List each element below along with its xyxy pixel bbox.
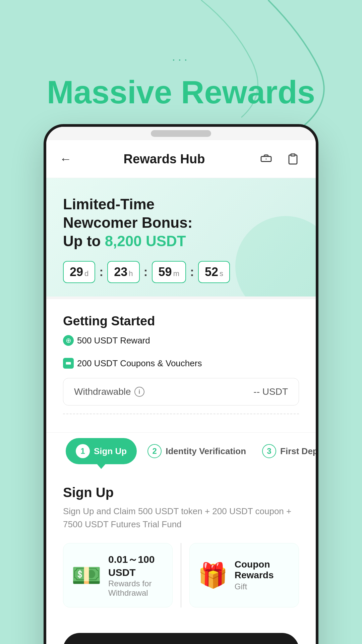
status-bar xyxy=(46,127,316,140)
header-icons xyxy=(257,150,302,168)
page-title: Rewards Hub xyxy=(124,152,205,166)
phone-mockup: ← Rewards Hub Limited-Time Newcomer xyxy=(44,124,318,644)
reward-card-2-emoji: 🎁 xyxy=(198,563,228,587)
step-number-1: 1 xyxy=(76,444,90,458)
bottom-cta: Sign Up/Log In › xyxy=(46,622,316,644)
reward-cards: 💵 0.01～100USDT Rewards for Withdrawal 🎁 … xyxy=(63,543,299,607)
countdown-sep-1: : xyxy=(99,265,103,279)
countdown-minutes: 59 m xyxy=(152,261,186,283)
card-divider xyxy=(181,543,181,607)
svg-rect-2 xyxy=(291,154,295,156)
step-tab-signup[interactable]: 1 Sign Up xyxy=(66,438,137,464)
countdown-days: 29 d xyxy=(63,261,95,283)
banner-section: Limited-Time Newcomer Bonus: Up to 8,200… xyxy=(46,178,316,297)
reward-card-2: 🎁 CouponRewards Gift xyxy=(189,543,299,607)
signup-login-button[interactable]: Sign Up/Log In › xyxy=(63,633,299,644)
reward-card-1: 💵 0.01～100USDT Rewards for Withdrawal xyxy=(63,543,173,607)
withdrawable-label: Withdrawable i xyxy=(74,386,144,397)
step-tab-identity[interactable]: 2 Identity Verification xyxy=(139,435,254,468)
info-icon[interactable]: i xyxy=(134,387,144,397)
ticket-icon-button[interactable] xyxy=(257,150,276,168)
reward-badges: ⊕ 500 USDT Reward 200 USDT Coupons & Vou… xyxy=(63,335,299,369)
reward-badge-1: ⊕ 500 USDT Reward xyxy=(63,335,150,346)
reward-card-1-sub: Rewards for Withdrawal xyxy=(108,579,164,598)
divider xyxy=(63,414,299,414)
reward-card-1-emoji: 💵 xyxy=(71,563,102,587)
headline-section: Massive Rewards xyxy=(0,0,362,124)
step-number-2: 2 xyxy=(147,444,162,458)
countdown-sep-3: : xyxy=(190,265,194,279)
signup-content: Sign Up Sign Up and Claim 500 USDT token… xyxy=(46,470,316,622)
getting-started-title: Getting Started xyxy=(63,314,299,328)
reward-icon-2 xyxy=(63,358,74,369)
svg-rect-3 xyxy=(66,362,71,365)
reward-badge-2: 200 USDT Coupons & Vouchers xyxy=(63,358,202,369)
countdown-seconds: 52 s xyxy=(198,261,230,283)
signup-title: Sign Up xyxy=(63,485,299,500)
step-label-1: Sign Up xyxy=(94,446,127,457)
signup-description: Sign Up and Claim 500 USDT token + 200 U… xyxy=(63,505,299,531)
step-number-3: 3 xyxy=(262,444,276,458)
withdrawable-value: -- USDT xyxy=(253,386,288,397)
app-header: ← Rewards Hub xyxy=(46,140,316,178)
steps-tabs: 1 Sign Up 2 Identity Verification 3 Firs… xyxy=(46,432,316,470)
reward-card-2-name: CouponRewards xyxy=(235,559,291,581)
main-headline: Massive Rewards xyxy=(0,74,362,111)
reward-card-1-info: 0.01～100USDT Rewards for Withdrawal xyxy=(108,553,164,598)
getting-started-section: Getting Started ⊕ 500 USDT Reward 200 US… xyxy=(46,297,316,432)
reward-card-1-amount: 0.01～100USDT xyxy=(108,553,164,579)
countdown-hours: 23 h xyxy=(107,261,139,283)
reward-icon-1: ⊕ xyxy=(63,335,74,346)
clipboard-icon-button[interactable] xyxy=(284,150,302,168)
countdown-sep-2: : xyxy=(144,265,148,279)
step-label-2: Identity Verification xyxy=(166,446,246,457)
status-bar-pill xyxy=(151,130,211,137)
reward-card-2-sub: Gift xyxy=(235,582,291,591)
reward-card-2-info: CouponRewards Gift xyxy=(235,559,291,591)
step-tab-deposit[interactable]: 3 First Deposit xyxy=(254,435,316,468)
step-label-3: First Deposit xyxy=(280,446,316,457)
withdrawable-card: Withdrawable i -- USDT xyxy=(63,378,299,406)
back-button[interactable]: ← xyxy=(60,152,72,166)
